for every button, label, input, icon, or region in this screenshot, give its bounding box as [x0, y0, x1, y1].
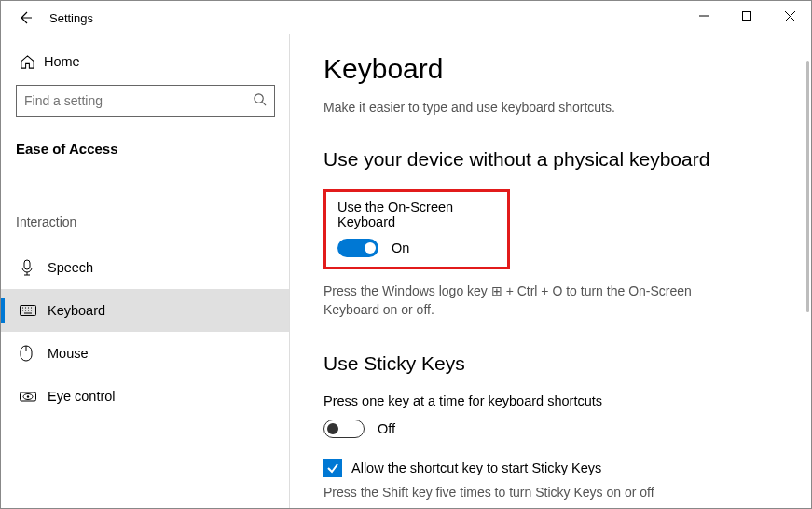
svg-rect-0 [743, 12, 751, 21]
page-subtitle: Make it easier to type and use keyboard … [323, 100, 778, 115]
osk-label: Use the On-Screen Keyboard [337, 199, 496, 229]
back-button[interactable] [8, 1, 42, 34]
nav-item-label: Eye control [48, 389, 116, 404]
nav-item-label: Mouse [48, 346, 89, 361]
home-icon [20, 54, 44, 70]
section-heading-physical-keyboard: Use your device without a physical keybo… [323, 148, 778, 171]
sidebar-section: Interaction [16, 214, 275, 229]
mouse-icon [20, 345, 48, 362]
windows-logo-icon: ⊞ [491, 282, 502, 301]
scrollbar[interactable] [806, 61, 809, 312]
close-icon [785, 11, 795, 21]
sticky-toggle-state: Off [378, 421, 395, 436]
sticky-description: Press one key at a time for keyboard sho… [323, 393, 778, 408]
search-box[interactable] [16, 85, 275, 117]
keyboard-icon [20, 305, 48, 316]
eye-icon [20, 390, 48, 403]
svg-rect-2 [24, 260, 30, 269]
page-title: Keyboard [323, 53, 778, 85]
osk-toggle[interactable] [337, 239, 378, 257]
arrow-left-icon [18, 10, 33, 25]
nav-home-label: Home [44, 54, 80, 69]
window-title: Settings [49, 11, 93, 25]
nav-item-speech[interactable]: Speech [1, 246, 290, 289]
nav-item-mouse[interactable]: Mouse [1, 332, 290, 375]
nav-home[interactable]: Home [16, 44, 275, 79]
osk-hint: Press the Windows logo key ⊞ + Ctrl + O … [323, 282, 724, 319]
svg-point-1 [255, 94, 263, 103]
sticky-toggle[interactable] [323, 420, 365, 438]
nav-item-eye-control[interactable]: Eye control [1, 375, 290, 418]
sidebar: Home Ease of Access Interaction Speech K… [1, 34, 290, 508]
close-button[interactable] [768, 1, 811, 31]
titlebar: Settings [1, 1, 811, 34]
svg-point-6 [27, 395, 29, 397]
content-pane: Keyboard Make it easier to type and use … [290, 34, 811, 508]
sticky-hint: Press the Shift key five times to turn S… [323, 485, 778, 500]
section-heading-sticky-keys: Use Sticky Keys [323, 352, 778, 375]
nav-item-label: Speech [48, 260, 93, 275]
check-icon [326, 461, 339, 475]
osk-toggle-state: On [392, 241, 409, 255]
sticky-shortcut-label: Allow the shortcut key to start Sticky K… [351, 461, 601, 475]
sidebar-category: Ease of Access [16, 141, 275, 157]
osk-highlight: Use the On-Screen Keyboard On [323, 189, 510, 269]
maximize-button[interactable] [725, 1, 768, 31]
maximize-icon [742, 11, 751, 21]
window-controls [682, 1, 811, 31]
search-input[interactable] [24, 93, 253, 108]
nav-item-keyboard[interactable]: Keyboard [1, 289, 290, 332]
search-icon [253, 92, 267, 109]
minimize-button[interactable] [682, 1, 725, 31]
microphone-icon [20, 259, 48, 276]
minimize-icon [699, 11, 709, 21]
sticky-shortcut-checkbox[interactable] [323, 459, 342, 477]
nav-item-label: Keyboard [48, 303, 105, 318]
